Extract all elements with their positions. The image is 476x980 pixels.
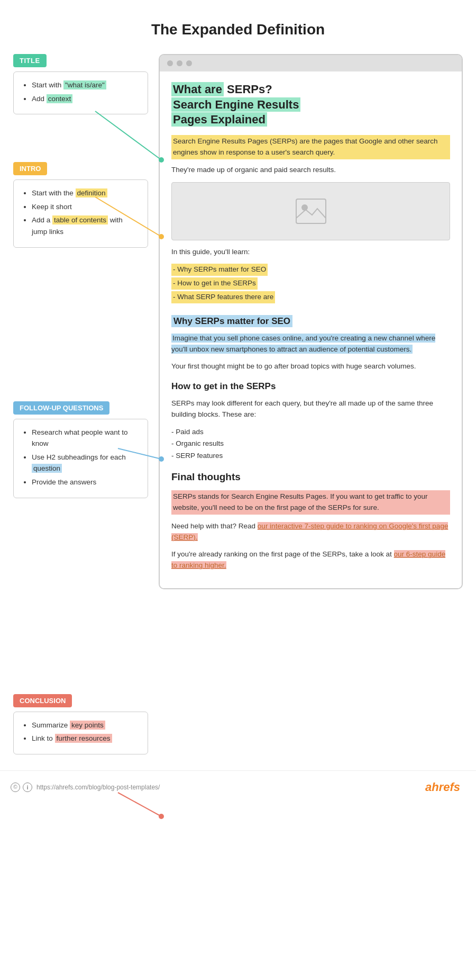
title-item-1: Start with "what is/are" [32, 79, 139, 91]
svg-point-7 [159, 814, 164, 819]
highlight-question: question [32, 464, 62, 473]
intro-section: INTRO Start with the definition Keep it … [13, 162, 148, 247]
browser-dot-3 [186, 60, 192, 66]
bullet-organic: - Organic results [171, 438, 450, 449]
cc-icon: © [11, 783, 20, 792]
footer-icons: © i [11, 783, 32, 792]
toc-label: In this guide, you'll learn: [171, 247, 450, 258]
spacer-2 [13, 253, 148, 401]
conclusion-box: Summarize key points Link to further res… [13, 712, 148, 754]
followup-item-2: Use H2 subheadings for each question [32, 452, 139, 474]
highlight-context: context [47, 94, 73, 103]
highlight-definition: definition [76, 188, 107, 197]
h2-text-2: How to get in the SERPs [171, 381, 276, 391]
image-icon [295, 198, 327, 224]
intro-box: Start with the definition Keep it short … [13, 179, 148, 247]
conclusion-section: CONCLUSION Summarize key points Link to … [13, 694, 148, 754]
intro-plain: They're made up of organic and paid sear… [171, 165, 450, 176]
highlight-key-points: key points [70, 721, 105, 730]
h2-text-1: Why SERPs matter for SEO [171, 315, 292, 327]
h3-text: Final thoughts [171, 471, 241, 482]
title-highlight-serp: Search Engine Results [171, 97, 300, 112]
bullet-paid-ads: - Paid ads [171, 427, 450, 438]
intro-label: INTRO [13, 162, 47, 175]
highlight-what-is: "what is/are" [63, 80, 106, 89]
browser-window: What are SERPs? Search Engine Results Pa… [159, 54, 463, 589]
title-highlight-pages: Pages Explained [171, 112, 267, 127]
conclusion-item-1: Summarize key points [32, 720, 139, 731]
browser-dot-2 [177, 60, 182, 66]
h2-1-para2: Your first thought might be to go after … [171, 361, 450, 372]
title-box: Start with "what is/are" Add context [13, 71, 148, 114]
browser-dot-1 [167, 60, 173, 66]
image-placeholder [171, 182, 450, 240]
conclusion-para2: Need help with that? Read our interactiv… [171, 521, 450, 543]
spacer-1 [13, 120, 148, 162]
svg-rect-8 [296, 199, 326, 223]
footer-left: © i https://ahrefs.com/blog/blog-post-te… [11, 783, 160, 792]
followup-label: FOLLOW-UP QUESTIONS [13, 401, 109, 415]
toc-list: - Why SERPs matter for SEO - How to get … [171, 264, 450, 305]
highlight-further-resources: further resources [55, 734, 112, 743]
footer: © i https://ahrefs.com/blog/blog-post-te… [0, 770, 476, 804]
intro-item-2: Keep it short [32, 201, 139, 213]
page-title: The Expanded Definition [0, 0, 476, 54]
article-title: What are SERPs? Search Engine Results Pa… [171, 82, 450, 128]
followup-item-3: Provide the answers [32, 476, 139, 488]
h2-heading-1: Why SERPs matter for SEO [171, 314, 450, 328]
conclusion-label: CONCLUSION [13, 694, 72, 707]
followup-section: FOLLOW-UP QUESTIONS Research what people… [13, 401, 148, 498]
main-content: TITLE Start with "what is/are" Add conte… [0, 54, 476, 760]
h2-2-para: SERPs may look different for each query,… [171, 398, 450, 420]
browser-toolbar [160, 55, 462, 71]
page-wrapper: The Expanded Definition TITLE Start with… [0, 0, 476, 804]
title-section: TITLE Start with "what is/are" Add conte… [13, 54, 148, 114]
title-highlight-what-are: What are [171, 82, 224, 96]
ahrefs-logo: ahrefs [425, 780, 460, 794]
h3-heading: Final thoughts [171, 469, 450, 484]
highlight-toc: table of contents [52, 215, 108, 224]
conclusion-item-2: Link to further resources [32, 733, 139, 744]
conclusion-highlighted: SERPs stands for Search Engine Results P… [171, 490, 450, 515]
spacer-3 [13, 504, 148, 694]
bullet-serp-features: - SERP features [171, 451, 450, 462]
h2-1-para1: Imagine that you sell phone cases online… [171, 333, 450, 355]
toc-item-3: - What SERP features there are [171, 291, 275, 303]
info-icon: i [23, 783, 32, 792]
h2-1-para1-highlight: Imagine that you sell phone cases online… [171, 334, 435, 354]
followup-box: Research what people want to know Use H2… [13, 419, 148, 498]
title-label: TITLE [13, 54, 47, 67]
followup-item-1: Research what people want to know [32, 427, 139, 449]
toc-item-2: - How to get in the SERPs [171, 277, 258, 290]
browser-content: What are SERPs? Search Engine Results Pa… [160, 71, 462, 588]
left-panel: TITLE Start with "what is/are" Add conte… [13, 54, 148, 760]
intro-highlighted: Search Engine Results Pages (SERPs) are … [171, 135, 450, 159]
toc-item-1: - Why SERPs matter for SEO [171, 264, 268, 276]
conclusion-para3: If you're already ranking on the first p… [171, 549, 450, 571]
svg-point-9 [301, 204, 308, 211]
right-panel: What are SERPs? Search Engine Results Pa… [159, 54, 463, 589]
h2-2-bullets: - Paid ads - Organic results - SERP feat… [171, 427, 450, 462]
footer-url[interactable]: https://ahrefs.com/blog/blog-post-templa… [36, 784, 160, 791]
title-item-2: Add context [32, 93, 139, 105]
h2-heading-2: How to get in the SERPs [171, 380, 450, 393]
intro-item-3: Add a table of contents with jump links [32, 214, 139, 237]
intro-item-1: Start with the definition [32, 187, 139, 199]
